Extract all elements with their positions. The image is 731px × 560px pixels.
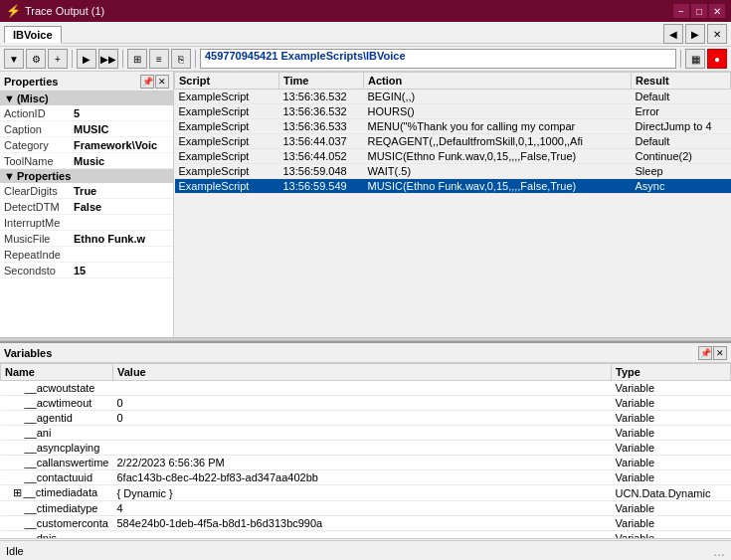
- table-row[interactable]: ExampleScript 13:56:36.533 MENU("%Thank …: [175, 119, 731, 134]
- var-name: __asyncplaying: [1, 441, 113, 456]
- col-header-name: Name: [1, 364, 113, 381]
- list-item[interactable]: __customerconta 584e24b0-1deb-4f5a-b8d1-…: [1, 516, 731, 531]
- var-value: [112, 441, 611, 456]
- trace-table[interactable]: Script Time Action Result ExampleScript …: [174, 72, 731, 337]
- bottom-section: Variables 📌 ✕ Name Value Type: [0, 341, 731, 560]
- trace-script: ExampleScript: [175, 119, 279, 134]
- toolbar-row: ▼ ⚙ + ▶ ▶▶ ⊞ ≡ ⎘ 459770945421 ExampleScr…: [0, 47, 731, 72]
- prop-secondsto-value: 15: [74, 265, 169, 277]
- trace-action: MUSIC(Ethno Funk.wav,0,15,,,,False,True): [364, 179, 632, 194]
- trace-action: BEGIN(,,): [364, 90, 632, 104]
- table-row[interactable]: ExampleScript 13:56:44.037 REQAGENT(,,De…: [175, 134, 731, 149]
- prop-group-misc[interactable]: ▼ (Misc): [0, 92, 173, 105]
- trace-result: Async: [632, 179, 731, 194]
- window-title: Trace Output (1): [25, 5, 104, 17]
- table-row[interactable]: ExampleScript 13:56:36.532 HOURS() Error: [175, 104, 731, 119]
- list-item[interactable]: __acwoutstate Variable: [1, 381, 731, 396]
- maximize-button[interactable]: □: [691, 4, 707, 18]
- toolbar-grid-btn[interactable]: ⊞: [127, 49, 147, 69]
- trace-script: ExampleScript: [175, 90, 279, 104]
- var-value: 0: [112, 396, 611, 411]
- list-item[interactable]: __ctimediatype 4 Variable: [1, 501, 731, 516]
- list-item[interactable]: __ani Variable: [1, 426, 731, 441]
- prop-musicfile-value: Ethno Funk.w: [74, 233, 169, 245]
- nav-back-btn[interactable]: ◀: [663, 24, 683, 44]
- var-name: __acwoutstate: [1, 381, 113, 396]
- list-item[interactable]: __asyncplaying Variable: [1, 441, 731, 456]
- close-tab-btn[interactable]: ✕: [707, 24, 727, 44]
- var-type: Variable: [612, 426, 731, 441]
- prop-cleardigits-value: True: [74, 185, 169, 197]
- trace-script: ExampleScript: [175, 164, 279, 179]
- trace-data-table: Script Time Action Result ExampleScript …: [174, 72, 731, 194]
- var-type: Variable: [612, 470, 731, 485]
- variables-close-btn[interactable]: ✕: [713, 346, 727, 360]
- list-item[interactable]: __callanswertime 2/22/2023 6:56:36 PM Va…: [1, 456, 731, 470]
- trace-time: 13:56:36.533: [279, 119, 364, 134]
- col-header-action: Action: [364, 73, 632, 90]
- toolbar-play-btn[interactable]: ▶: [77, 49, 96, 69]
- trace-result: Sleep: [632, 164, 731, 179]
- trace-action: MENU("%Thank you for calling my compar: [364, 119, 632, 134]
- trace-result: DirectJump to 4: [632, 119, 731, 134]
- var-name: __agentid: [1, 411, 113, 426]
- list-item[interactable]: __contactuuid 6fac143b-c8ec-4b22-bf83-ad…: [1, 470, 731, 485]
- toolbar-step-btn[interactable]: ▶▶: [98, 49, 118, 69]
- trace-action: HOURS(): [364, 104, 632, 119]
- toolbar-record-btn[interactable]: ●: [707, 49, 727, 69]
- nav-forward-btn[interactable]: ▶: [685, 24, 705, 44]
- prop-caption-value: MUSIC: [74, 123, 169, 135]
- toolbar-view-btn[interactable]: ▦: [685, 49, 705, 69]
- toolbar-list-btn[interactable]: ≡: [149, 49, 169, 69]
- table-row[interactable]: ExampleScript 13:56:44.052 MUSIC(Ethno F…: [175, 149, 731, 164]
- var-value: 0: [112, 411, 611, 426]
- list-item[interactable]: __acwtimeout 0 Variable: [1, 396, 731, 411]
- trace-time: 13:56:59.048: [279, 164, 364, 179]
- prop-cleardigits-name: ClearDigits: [4, 185, 74, 197]
- prop-detectdtm-name: DetectDTM: [4, 201, 74, 213]
- trace-action: MUSIC(Ethno Funk.wav,0,15,,,,False,True): [364, 149, 632, 164]
- trace-result: Continue(2): [632, 149, 731, 164]
- misc-group-label: (Misc): [17, 93, 49, 104]
- trace-time: 13:56:59.549: [279, 179, 364, 194]
- toolbar-settings-btn[interactable]: ⚙: [26, 49, 46, 69]
- prop-repeatindex-name: RepeatInde: [4, 249, 74, 261]
- top-split: Properties 📌 ✕ ▼ (Misc) ActionID 5: [0, 72, 731, 337]
- properties-pin-btn[interactable]: 📌: [140, 75, 154, 89]
- var-name: __acwtimeout: [1, 396, 113, 411]
- trace-script: ExampleScript: [175, 104, 279, 119]
- prop-cleardigits: ClearDigits True: [0, 183, 173, 199]
- list-item[interactable]: __dnis Variable: [1, 531, 731, 539]
- toolbar-arrow-btn[interactable]: ▼: [4, 49, 24, 69]
- prop-musicfile: MusicFile Ethno Funk.w: [0, 231, 173, 247]
- address-bar: 459770945421 ExampleScripts\IBVoice: [200, 49, 676, 69]
- var-value: [112, 531, 611, 539]
- properties-title: Properties: [4, 76, 58, 88]
- minimize-button[interactable]: −: [673, 4, 689, 18]
- prop-caption-name: Caption: [4, 123, 74, 135]
- trace-result: Default: [632, 90, 731, 104]
- close-button[interactable]: ✕: [709, 4, 725, 18]
- table-row[interactable]: ExampleScript 13:56:36.532 BEGIN(,,) Def…: [175, 90, 731, 104]
- variables-table-container[interactable]: Name Value Type __acwoutstate Variable _…: [0, 363, 731, 538]
- var-type: Variable: [612, 381, 731, 396]
- toolbar-add-btn[interactable]: +: [48, 49, 68, 69]
- toolbar-export-btn[interactable]: ⎘: [171, 49, 191, 69]
- var-type: Variable: [612, 531, 731, 539]
- prop-repeatindex: RepeatInde: [0, 247, 173, 263]
- var-value: 584e24b0-1deb-4f5a-b8d1-b6d313bc990a: [112, 516, 611, 531]
- var-type: Variable: [612, 456, 731, 470]
- prop-group-properties[interactable]: ▼ Properties: [0, 169, 173, 183]
- tab-ibvoice[interactable]: IBVoice: [4, 26, 62, 43]
- trace-area: Script Time Action Result ExampleScript …: [174, 72, 731, 337]
- trace-script: ExampleScript: [175, 179, 279, 194]
- table-row[interactable]: ExampleScript 13:56:59.549 MUSIC(Ethno F…: [175, 179, 731, 194]
- properties-close-btn[interactable]: ✕: [155, 75, 169, 89]
- status-dots: ...: [713, 543, 725, 559]
- table-row[interactable]: ExampleScript 13:56:59.048 WAIT(.5) Slee…: [175, 164, 731, 179]
- var-value: 2/22/2023 6:56:36 PM: [112, 456, 611, 470]
- variables-pin-btn[interactable]: 📌: [698, 346, 712, 360]
- prop-actionid-name: ActionID: [4, 107, 74, 119]
- list-item[interactable]: ⊞__ctimediadata { Dynamic } UCN.Data.Dyn…: [1, 485, 731, 501]
- list-item[interactable]: __agentid 0 Variable: [1, 411, 731, 426]
